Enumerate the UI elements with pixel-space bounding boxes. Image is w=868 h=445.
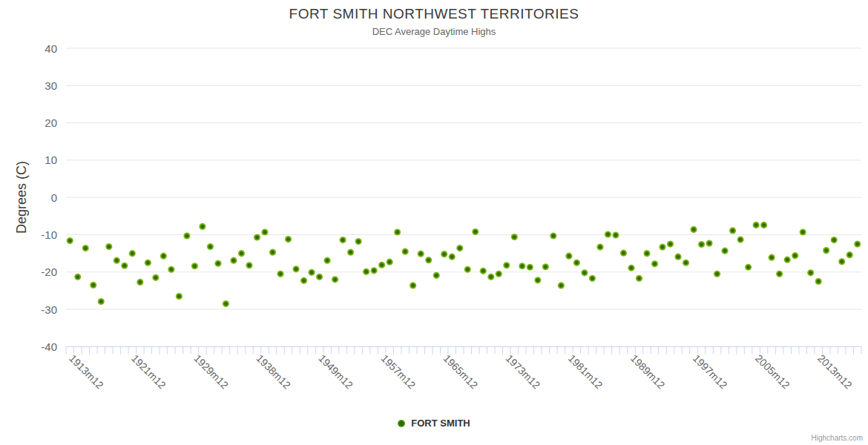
data-point[interactable]	[815, 278, 822, 285]
data-point[interactable]	[152, 274, 159, 281]
data-point[interactable]	[456, 245, 463, 251]
data-point[interactable]	[214, 260, 221, 267]
data-point[interactable]	[628, 265, 634, 271]
data-point[interactable]	[550, 232, 556, 239]
data-point[interactable]	[246, 262, 252, 268]
data-point[interactable]	[339, 237, 346, 243]
data-point[interactable]	[800, 228, 806, 235]
data-point[interactable]	[581, 269, 588, 276]
data-point[interactable]	[67, 237, 73, 244]
data-point[interactable]	[261, 228, 268, 235]
data-point[interactable]	[168, 266, 174, 273]
data-point[interactable]	[347, 249, 354, 256]
data-point[interactable]	[98, 298, 105, 305]
data-point[interactable]	[683, 260, 689, 266]
data-point[interactable]	[308, 269, 315, 276]
data-point[interactable]	[573, 260, 580, 266]
data-point[interactable]	[387, 259, 393, 266]
data-point[interactable]	[776, 271, 783, 277]
data-point[interactable]	[729, 227, 736, 234]
data-point[interactable]	[145, 260, 151, 266]
data-point[interactable]	[542, 263, 549, 270]
data-point[interactable]	[464, 266, 471, 273]
data-point[interactable]	[503, 262, 510, 268]
data-point[interactable]	[589, 275, 596, 282]
data-point[interactable]	[199, 223, 206, 230]
data-point[interactable]	[659, 243, 665, 250]
credits-link[interactable]: Highcharts.com	[812, 434, 863, 442]
data-point[interactable]	[90, 282, 96, 289]
data-point[interactable]	[238, 250, 245, 257]
data-point[interactable]	[831, 237, 838, 243]
data-point[interactable]	[511, 234, 518, 240]
data-point[interactable]	[838, 258, 845, 265]
data-point[interactable]	[269, 249, 276, 256]
data-point[interactable]	[378, 262, 385, 268]
data-point[interactable]	[760, 222, 767, 228]
data-point[interactable]	[137, 279, 143, 286]
data-point[interactable]	[753, 222, 760, 228]
data-point[interactable]	[371, 267, 378, 274]
data-point[interactable]	[792, 252, 798, 259]
data-point[interactable]	[487, 274, 494, 280]
data-point[interactable]	[480, 268, 487, 274]
data-point[interactable]	[823, 247, 829, 254]
data-point[interactable]	[254, 234, 260, 240]
data-point[interactable]	[706, 240, 712, 246]
data-point[interactable]	[425, 257, 432, 263]
data-point[interactable]	[191, 263, 198, 269]
data-point[interactable]	[332, 276, 338, 283]
legend-item-fort-smith[interactable]: FORT SMITH	[398, 418, 470, 429]
data-point[interactable]	[316, 274, 323, 280]
data-point[interactable]	[121, 263, 128, 269]
data-point[interactable]	[176, 293, 183, 300]
data-point[interactable]	[114, 257, 120, 264]
data-point[interactable]	[651, 260, 658, 267]
data-point[interactable]	[674, 254, 681, 260]
data-point[interactable]	[854, 240, 861, 247]
data-point[interactable]	[527, 264, 533, 271]
data-point[interactable]	[496, 271, 502, 277]
data-point[interactable]	[698, 241, 705, 248]
data-point[interactable]	[714, 271, 720, 277]
data-point[interactable]	[721, 248, 728, 254]
data-point[interactable]	[605, 231, 611, 237]
data-point[interactable]	[129, 250, 136, 257]
data-point[interactable]	[223, 300, 229, 307]
data-point[interactable]	[441, 251, 447, 257]
data-point[interactable]	[534, 277, 541, 283]
data-point[interactable]	[230, 257, 237, 264]
data-point[interactable]	[690, 226, 697, 233]
data-point[interactable]	[737, 236, 743, 243]
data-point[interactable]	[519, 263, 525, 269]
data-point[interactable]	[402, 248, 409, 255]
data-point[interactable]	[667, 240, 674, 247]
data-point[interactable]	[612, 231, 619, 238]
data-point[interactable]	[620, 250, 627, 257]
data-point[interactable]	[784, 257, 791, 263]
data-point[interactable]	[472, 228, 479, 235]
data-point[interactable]	[323, 257, 330, 264]
data-point[interactable]	[292, 266, 299, 272]
data-point[interactable]	[207, 243, 214, 250]
data-point[interactable]	[769, 254, 775, 261]
data-point[interactable]	[285, 236, 292, 243]
data-point[interactable]	[745, 264, 752, 271]
data-point[interactable]	[82, 245, 89, 251]
data-point[interactable]	[105, 243, 112, 250]
data-point[interactable]	[183, 232, 190, 239]
data-point[interactable]	[565, 253, 572, 260]
data-point[interactable]	[643, 250, 650, 257]
data-point[interactable]	[807, 269, 814, 276]
data-point[interactable]	[363, 268, 369, 275]
data-point[interactable]	[355, 238, 362, 245]
data-point[interactable]	[277, 271, 283, 277]
data-point[interactable]	[636, 275, 642, 282]
data-point[interactable]	[410, 282, 416, 289]
data-point[interactable]	[74, 274, 81, 280]
data-point[interactable]	[449, 254, 456, 260]
data-point[interactable]	[160, 253, 167, 260]
data-point[interactable]	[418, 251, 424, 257]
data-point[interactable]	[300, 277, 307, 284]
data-point[interactable]	[558, 282, 565, 289]
